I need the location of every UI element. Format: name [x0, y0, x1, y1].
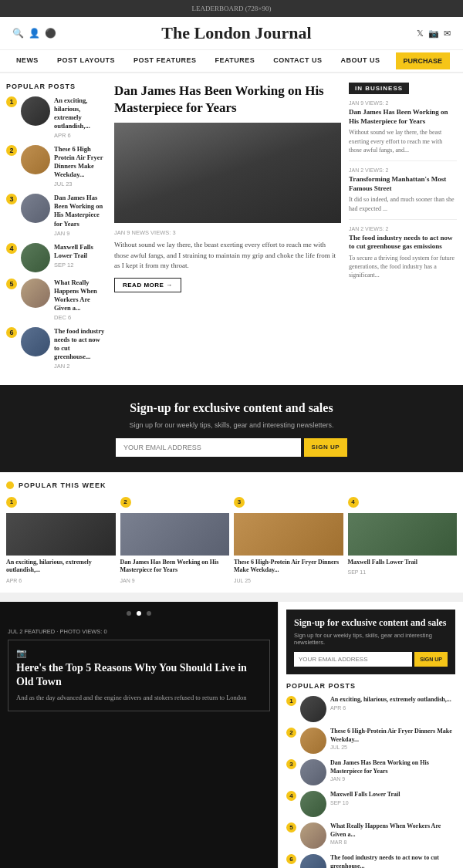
pop-img-2 [21, 145, 50, 174]
week-title-3: These 6 High-Protein Air Fryer Dinners M… [234, 559, 343, 575]
week-num-2: 2 [120, 497, 131, 508]
nav-news[interactable]: NEWS [13, 50, 42, 72]
week-img-3 [234, 513, 343, 556]
featured-title[interactable]: Here's the Top 5 Reasons Why You Should … [16, 661, 262, 689]
popular-item-3[interactable]: 3 Dan James Has Been Working on His Mast… [6, 194, 106, 236]
newsletter-signup-button[interactable]: SIGN UP [304, 438, 347, 457]
newsletter-sm: Sign-up for exclusive content and sales … [286, 610, 455, 675]
bottom-right-sidebar: Sign-up for exclusive content and sales … [278, 602, 463, 868]
nav-features[interactable]: FEATURES [211, 50, 258, 72]
pop-sm-num-6: 6 [286, 854, 296, 864]
featured-subtitle: And as the day advanced and the engine d… [16, 694, 262, 703]
pop-sm-num-5: 5 [286, 822, 296, 833]
in-business-sidebar: IN BUSINESS JAN 9 VIEWS: 2 Dan James Has… [349, 83, 457, 376]
pop-sm-text-3: Dan James Has Been Working on His Master… [330, 759, 455, 782]
pop-num-5: 5 [6, 279, 17, 289]
user-icon[interactable]: 👤 [29, 28, 40, 39]
week-item-2[interactable]: 2 Dan James Has Been Working on His Mast… [120, 497, 230, 583]
week-title-4: Maxwell Falls Lower Trail [348, 559, 458, 566]
main-article-image[interactable] [114, 123, 341, 223]
week-item-3[interactable]: 3 These 6 High-Protein Air Fryer Dinners… [234, 497, 343, 583]
pop-img-3 [21, 194, 50, 223]
week-title-1: An exciting, hilarious, extremely outlan… [6, 559, 116, 575]
site-title: The London Journal [56, 23, 417, 43]
newsletter-desc: Sign up for our weekly tips, skills, gea… [12, 421, 451, 429]
main-article: Dan James Has Been Working on His Master… [114, 83, 341, 376]
social-icons: 𝕏 📷 ✉ [417, 29, 451, 39]
nav-purchase[interactable]: PURCHASE [396, 52, 451, 69]
bottom-section: JUL 2 FEATURED · PHOTO VIEWS: 0 📷 Here's… [0, 602, 463, 868]
newsletter-sm-input[interactable] [294, 652, 412, 667]
week-num-4: 4 [348, 497, 359, 508]
newsletter-form: SIGN UP [116, 438, 347, 457]
carousel-dot-3[interactable] [147, 611, 151, 616]
featured-box: 📷 Here's the Top 5 Reasons Why You Shoul… [8, 640, 270, 711]
pop-sm-img-6 [300, 854, 326, 868]
newsletter-section: Sign-up for exclusive content and sales … [0, 385, 463, 472]
featured-meta: JUL 2 FEATURED · PHOTO VIEWS: 0 [8, 628, 270, 635]
popular-item-6[interactable]: 6 The food industry needs to act now to … [6, 327, 106, 370]
main-content: POPULAR POSTS 1 An exciting, hilarious, … [0, 73, 463, 868]
pop-sm-text-5: What Really Happens When Workers Are Giv… [330, 822, 455, 845]
section-divider [0, 593, 463, 602]
business-item-3[interactable]: JAN 2 VIEWS: 2 The food industry needs t… [349, 226, 457, 286]
search-icon[interactable]: 🔍 [12, 28, 24, 39]
pop-sm-item-2[interactable]: 2 These 6 High-Protein Air Fryer Dinners… [286, 728, 455, 754]
pop-sm-num-4: 4 [286, 791, 296, 801]
pop-sm-item-5[interactable]: 5 What Really Happens When Workers Are G… [286, 822, 455, 849]
carousel-dot-2[interactable] [137, 611, 141, 616]
popular-item-1[interactable]: 1 An exciting, hilarious, extremely outl… [6, 96, 106, 139]
main-article-title[interactable]: Dan James Has Been Working on His Master… [114, 83, 341, 117]
popular-item-4[interactable]: 4 Maxwell Falls Lower Trail SEP 12 [6, 243, 106, 272]
header-left-icons: 🔍 👤 ⚫ [12, 28, 56, 39]
newsletter-email-input[interactable] [116, 438, 301, 457]
week-title-2: Dan James Has Been Working on His Master… [120, 559, 230, 575]
toggle-icon[interactable]: ⚫ [45, 28, 56, 39]
newsletter-sm-desc: Sign up for our weekly tips, skills, gea… [294, 632, 448, 646]
nav-contact[interactable]: CONTACT US [270, 50, 325, 72]
pop-sm-text-1: An exciting, hilarious, extremely outlan… [330, 696, 451, 710]
nav-about[interactable]: ABOUT US [338, 50, 384, 72]
week-item-1[interactable]: 1 An exciting, hilarious, extremely outl… [6, 497, 116, 583]
pop-sm-item-1[interactable]: 1 An exciting, hilarious, extremely outl… [286, 696, 455, 722]
pop-img-4 [21, 243, 50, 272]
twitter-icon[interactable]: 𝕏 [417, 29, 424, 39]
carousel-dots [0, 602, 278, 620]
popular-item-5[interactable]: 5 What Really Happens When Workers Are G… [6, 279, 106, 321]
pop-num-6: 6 [6, 327, 17, 338]
pop-sm-item-3[interactable]: 3 Dan James Has Been Working on His Mast… [286, 759, 455, 785]
pop-sm-num-1: 1 [286, 696, 296, 706]
pop-sm-img-1 [300, 696, 326, 722]
popular-item-2[interactable]: 2 These 6 High Protein Air Fryer Dinners… [6, 145, 106, 187]
pop-img-6 [21, 327, 50, 356]
week-img-1 [6, 513, 116, 556]
read-more-button[interactable]: READ MORE → [114, 278, 181, 292]
business-item-1[interactable]: JAN 9 VIEWS: 2 Dan James Has Been Workin… [349, 100, 457, 161]
carousel-dot-1[interactable] [127, 611, 131, 616]
week-date-1: APR 6 [6, 578, 116, 583]
pop-num-3: 3 [6, 194, 17, 204]
week-date-2: JAN 9 [120, 578, 230, 583]
pop-posts-sm-title: POPULAR POSTS [286, 682, 455, 690]
pop-sm-item-6[interactable]: 6 The food industry needs to act now to … [286, 854, 455, 868]
pop-num-2: 2 [6, 145, 17, 156]
pop-sm-img-3 [300, 759, 326, 785]
ad-bar: LEADERBOARD (728×90) [0, 0, 463, 17]
header: 🔍 👤 ⚫ The London Journal 𝕏 📷 ✉ [0, 17, 463, 50]
week-num-1: 1 [6, 497, 17, 508]
main-article-meta: JAN 9 NEWS VIEWS: 3 [114, 229, 341, 236]
popular-posts-title: POPULAR POSTS [6, 83, 106, 90]
email-icon[interactable]: ✉ [444, 29, 451, 39]
newsletter-sm-button[interactable]: SIGN UP [414, 652, 448, 667]
pop-sm-item-4[interactable]: 4 Maxwell Falls Lower Trail SEP 10 [286, 791, 455, 817]
featured-inner: JUL 2 FEATURED · PHOTO VIEWS: 0 📷 Here's… [0, 620, 278, 719]
instagram-icon[interactable]: 📷 [428, 29, 439, 39]
week-item-4[interactable]: 4 Maxwell Falls Lower Trail SEP 11 [348, 497, 458, 583]
business-item-2[interactable]: JAN 2 VIEWS: 2 Transforming Manhattan's … [349, 167, 457, 220]
nav-post-layouts[interactable]: POST LAYOUTS [54, 50, 118, 72]
pop-num-4: 4 [6, 243, 17, 254]
nav-post-features[interactable]: POST FEATURES [130, 50, 199, 72]
pop-text-1: An exciting, hilarious, extremely outlan… [54, 96, 106, 139]
pop-sm-text-4: Maxwell Falls Lower Trail SEP 10 [330, 791, 400, 805]
pop-text-2: These 6 High Protein Air Fryer Dinners M… [54, 145, 106, 187]
